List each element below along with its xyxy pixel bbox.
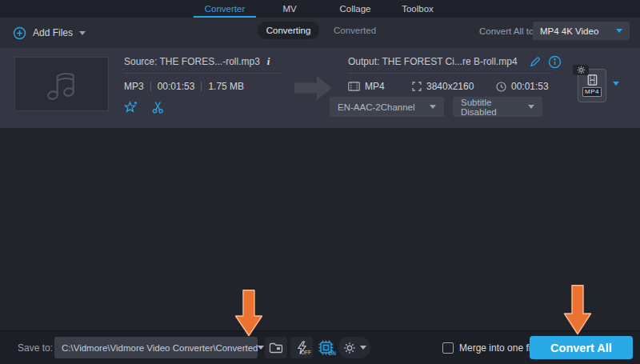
output-info-panel: Output: THE FOREST Ci...re B-roll.mp4 — [348, 54, 552, 92]
gpu-on-label: ON — [328, 350, 336, 356]
source-divider — [124, 73, 282, 74]
file-thumbnail — [14, 57, 109, 111]
star-effect-icon — [124, 101, 138, 114]
subtitle-dropdown[interactable]: Subtitle Disabled — [453, 97, 542, 117]
add-files-button[interactable]: Add Files — [13, 24, 86, 42]
output-duration: 00:01:53 — [511, 81, 549, 92]
save-path-input[interactable]: C:\Vidmore\Vidmore Video Converter\Conve… — [54, 337, 258, 358]
hardware-acceleration-button[interactable]: OFF — [290, 337, 313, 358]
meta-separator — [201, 82, 202, 91]
output-format: MP4 — [365, 81, 385, 92]
film-icon — [348, 82, 360, 91]
file-list-empty-area — [0, 128, 640, 330]
toolbar: Add Files Converting Converted Convert A… — [0, 18, 640, 48]
convert-all-to-value: MP4 4K Video — [540, 26, 598, 36]
profile-caret-icon[interactable] — [613, 82, 619, 86]
tab-converted[interactable]: Converted — [334, 22, 376, 39]
resolution-expand-icon — [412, 82, 422, 91]
folder-icon — [269, 342, 283, 354]
gear-icon — [577, 66, 586, 74]
gpu-acceleration-button[interactable]: ON — [316, 337, 335, 358]
tab-mv-label: MV — [282, 4, 296, 14]
convert-all-label: Convert All — [550, 342, 612, 354]
edit-effects-button[interactable] — [124, 101, 138, 114]
output-resolution: 3840x2160 — [426, 81, 474, 92]
source-filename: Source: THE FORES...-roll.mp3 — [124, 56, 260, 67]
app-window: Converter MV Collage Toolbox Add Files C… — [0, 0, 640, 364]
music-note-icon — [44, 66, 79, 102]
convert-all-to-label: Convert All to: — [479, 22, 537, 40]
save-path-caret-icon[interactable] — [258, 346, 264, 350]
cut-button[interactable] — [151, 101, 165, 114]
merge-checkbox[interactable] — [442, 342, 454, 354]
audio-track-dropdown[interactable]: EN-AAC-2Channel — [330, 97, 444, 117]
tab-converting[interactable]: Converting — [258, 22, 319, 39]
output-filename: Output: THE FOREST Ci...re B-roll.mp4 — [348, 56, 518, 67]
add-circle-icon — [13, 26, 26, 40]
conversion-flow-arrow-icon — [294, 75, 333, 101]
tab-converter-label: Converter — [205, 4, 246, 14]
source-format: MP3 — [124, 81, 144, 92]
merge-label[interactable]: Merge into one file — [459, 342, 538, 354]
bottom-bar: Save to: C:\Vidmore\Vidmore Video Conver… — [0, 330, 640, 364]
source-duration: 00:01:53 — [158, 81, 195, 92]
film-icon — [586, 74, 598, 86]
gear-icon — [343, 342, 356, 354]
format-badge: MP4 — [582, 87, 602, 97]
save-to-label: Save to: — [18, 331, 53, 364]
audio-track-value: EN-AAC-2Channel — [338, 102, 415, 112]
main-tab-bar: Converter MV Collage Toolbox — [0, 0, 640, 18]
open-folder-button[interactable] — [265, 337, 287, 358]
scissors-icon — [151, 101, 165, 114]
source-info-panel: Source: THE FORES...-roll.mp3 i MP3 00:0… — [124, 54, 282, 114]
convert-all-to-dropdown[interactable]: MP4 4K Video — [533, 22, 630, 40]
info-circle-icon — [548, 55, 562, 69]
add-files-caret-icon[interactable] — [79, 31, 86, 35]
settings-caret-icon — [360, 346, 366, 350]
tab-collage[interactable]: Collage — [323, 0, 387, 18]
file-list-item: Source: THE FORES...-roll.mp3 i MP3 00:0… — [0, 48, 640, 128]
tab-mv[interactable]: MV — [256, 0, 323, 18]
output-info-button[interactable] — [548, 55, 562, 69]
tab-toolbox-label: Toolbox — [402, 4, 434, 14]
convert-all-button[interactable]: Convert All — [530, 336, 633, 359]
chevron-down-icon — [528, 105, 534, 109]
subtitle-value: Subtitle Disabled — [461, 98, 528, 117]
chevron-down-icon — [616, 29, 622, 33]
chevron-down-icon — [430, 105, 436, 109]
converted-label: Converted — [334, 26, 376, 35]
source-info-icon[interactable]: i — [267, 55, 270, 68]
pencil-icon — [530, 56, 541, 67]
settings-button[interactable] — [338, 337, 370, 358]
save-path-value: C:\Vidmore\Vidmore Video Converter\Conve… — [62, 343, 258, 353]
rename-output-button[interactable] — [530, 56, 541, 67]
add-files-label: Add Files — [33, 27, 73, 38]
profile-settings-button[interactable] — [573, 65, 589, 75]
tab-collage-label: Collage — [340, 4, 371, 14]
converting-label: Converting — [266, 26, 311, 35]
output-divider — [348, 73, 552, 74]
clock-icon — [496, 82, 506, 92]
source-filesize: 1.75 MB — [208, 81, 244, 92]
meta-separator — [150, 82, 151, 91]
hw-off-label: OFF — [301, 350, 311, 355]
tab-converter[interactable]: Converter — [194, 0, 256, 18]
tab-toolbox[interactable]: Toolbox — [387, 0, 448, 18]
